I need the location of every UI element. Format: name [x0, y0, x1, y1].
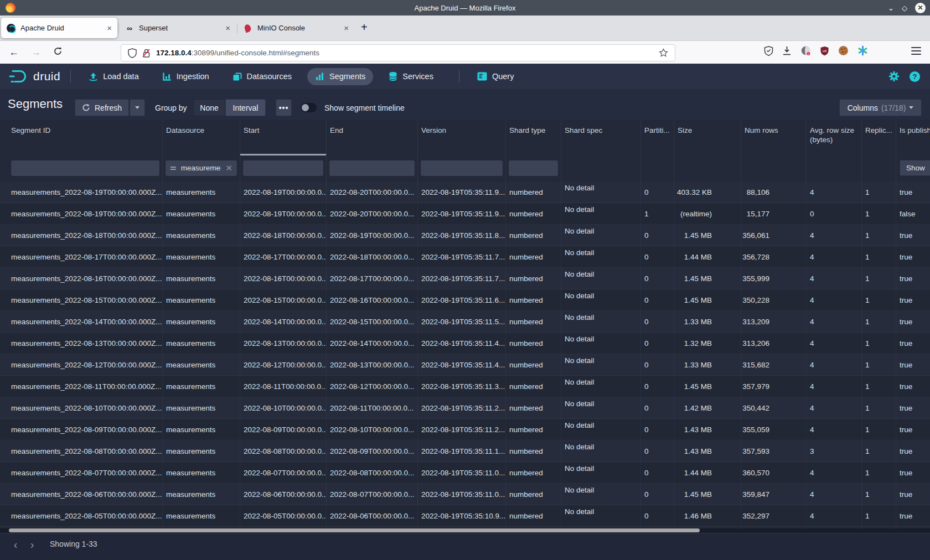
menu-hamburger-icon[interactable]: [911, 47, 921, 55]
cell-replicas[interactable]: 1: [862, 268, 896, 289]
cell-end[interactable]: 2022-08-06T00:00:00.0...: [327, 505, 418, 527]
cell-is_published[interactable]: true: [896, 440, 930, 462]
cell-start[interactable]: 2022-08-16T00:00:00.0...: [240, 268, 327, 289]
filter-input-version[interactable]: [421, 160, 503, 176]
cell-is_published[interactable]: true: [896, 484, 930, 505]
cell-size[interactable]: 1.45 MB: [674, 484, 741, 505]
new-tab-button[interactable]: +: [361, 21, 368, 34]
cell-start[interactable]: 2022-08-14T00:00:00.0...: [240, 311, 327, 333]
cell-partition[interactable]: 1: [641, 203, 674, 225]
cell-avg_row_size[interactable]: 4: [807, 246, 862, 268]
cell-start[interactable]: 2022-08-11T00:00:00.0...: [240, 376, 327, 397]
nav-item-ingestion[interactable]: Ingestion: [154, 68, 217, 85]
cell-segment_id[interactable]: measurements_2022-08-05T00:00:00.000Z...: [0, 505, 163, 527]
cell-start[interactable]: 2022-08-06T00:00:00.0...: [240, 484, 327, 505]
horizontal-scrollbar[interactable]: [0, 528, 930, 533]
cell-end[interactable]: 2022-08-16T00:00:00.0...: [327, 289, 418, 311]
cell-datasource[interactable]: measurements: [163, 462, 240, 484]
cell-size[interactable]: 1.45 MB: [674, 376, 741, 397]
cell-size[interactable]: 1.46 MB: [674, 505, 741, 527]
cell-num_rows[interactable]: 350,228: [741, 289, 807, 311]
cell-partition[interactable]: 0: [641, 376, 674, 397]
column-header-num_rows[interactable]: Num rows: [741, 120, 807, 155]
cell-replicas[interactable]: 1: [862, 354, 896, 376]
cell-shard_type[interactable]: numbered: [506, 484, 561, 505]
cell-segment_id[interactable]: measurements_2022-08-13T00:00:00.000Z...: [0, 333, 163, 354]
column-header-shard_spec[interactable]: Shard spec: [561, 120, 641, 155]
cell-shard_type[interactable]: numbered: [506, 203, 561, 225]
cell-is_published[interactable]: true: [896, 376, 930, 397]
help-icon[interactable]: ?: [910, 71, 920, 82]
cell-shard_type[interactable]: numbered: [506, 440, 561, 462]
cell-shard_spec[interactable]: No detail: [561, 268, 641, 289]
downloads-icon[interactable]: [782, 46, 792, 55]
cell-end[interactable]: 2022-08-12T00:00:00.0...: [327, 376, 418, 397]
cell-replicas[interactable]: 1: [862, 419, 896, 440]
cell-size[interactable]: 1.45 MB: [674, 225, 741, 246]
cell-shard_type[interactable]: numbered: [506, 419, 561, 440]
remove-filter-icon[interactable]: ✕: [225, 163, 232, 173]
cell-partition[interactable]: 0: [641, 182, 674, 203]
cell-num_rows[interactable]: 356,728: [741, 246, 807, 268]
column-header-datasource[interactable]: Datasource: [163, 120, 240, 155]
cell-segment_id[interactable]: measurements_2022-08-19T00:00:00.000Z...: [0, 203, 163, 225]
column-header-partition[interactable]: Partiti...: [641, 120, 674, 155]
cell-datasource[interactable]: measurements: [163, 182, 240, 203]
cell-replicas[interactable]: 1: [862, 440, 896, 462]
filter-input-end[interactable]: [329, 160, 415, 176]
cell-shard_type[interactable]: numbered: [506, 354, 561, 376]
cell-size[interactable]: 1.44 MB: [674, 462, 741, 484]
cell-version[interactable]: 2022-08-19T05:35:11.8...: [418, 225, 506, 246]
cell-shard_spec[interactable]: No detail: [561, 505, 641, 527]
cell-shard_spec[interactable]: No detail: [561, 376, 641, 397]
cell-end[interactable]: 2022-08-07T00:00:00.0...: [327, 484, 418, 505]
cell-datasource[interactable]: measurements: [163, 484, 240, 505]
cell-shard_type[interactable]: numbered: [506, 289, 561, 311]
cell-version[interactable]: 2022-08-19T05:35:11.9...: [418, 182, 506, 203]
cell-start[interactable]: 2022-08-05T00:00:00.0...: [240, 505, 327, 527]
cookie-icon[interactable]: [838, 45, 849, 56]
refresh-button[interactable]: Refresh: [75, 99, 129, 116]
cell-is_published[interactable]: true: [896, 354, 930, 376]
is-published-filter-button[interactable]: Show: [900, 160, 930, 176]
cell-avg_row_size[interactable]: 4: [807, 289, 862, 311]
cell-version[interactable]: 2022-08-19T05:35:11.4...: [418, 354, 506, 376]
cell-start[interactable]: 2022-08-19T00:00:00.0...: [240, 182, 327, 203]
cell-replicas[interactable]: 1: [862, 505, 896, 527]
cell-partition[interactable]: 0: [641, 462, 674, 484]
back-icon[interactable]: ←: [9, 45, 19, 59]
cell-datasource[interactable]: measurements: [163, 225, 240, 246]
tab-close-icon[interactable]: ×: [344, 23, 349, 33]
cell-datasource[interactable]: measurements: [163, 397, 240, 419]
cell-start[interactable]: 2022-08-08T00:00:00.0...: [240, 440, 327, 462]
cell-datasource[interactable]: measurements: [163, 311, 240, 333]
cell-version[interactable]: 2022-08-19T05:35:11.7...: [418, 268, 506, 289]
column-header-version[interactable]: Version: [418, 120, 506, 155]
cell-version[interactable]: 2022-08-19T05:35:11.0...: [418, 462, 506, 484]
cell-shard_spec[interactable]: No detail: [561, 203, 641, 225]
cell-replicas[interactable]: 1: [862, 203, 896, 225]
cell-datasource[interactable]: measurements: [163, 354, 240, 376]
cell-shard_spec[interactable]: No detail: [561, 397, 641, 419]
insecure-lock-icon[interactable]: [142, 48, 151, 58]
cell-version[interactable]: 2022-08-19T05:35:11.1...: [418, 440, 506, 462]
cell-start[interactable]: 2022-08-12T00:00:00.0...: [240, 354, 327, 376]
group-by-none-button[interactable]: None: [193, 99, 225, 116]
column-header-is_published[interactable]: Is published: [896, 120, 930, 155]
cell-partition[interactable]: 0: [641, 354, 674, 376]
cell-partition[interactable]: 0: [641, 419, 674, 440]
cell-shard_type[interactable]: numbered: [506, 333, 561, 354]
cell-end[interactable]: 2022-08-14T00:00:00.0...: [327, 333, 418, 354]
cell-replicas[interactable]: 1: [862, 311, 896, 333]
cell-end[interactable]: 2022-08-20T00:00:00.0...: [327, 182, 418, 203]
cell-size[interactable]: 1.44 MB: [674, 246, 741, 268]
cell-version[interactable]: 2022-08-19T05:35:11.0...: [418, 484, 506, 505]
cell-segment_id[interactable]: measurements_2022-08-15T00:00:00.000Z...: [0, 289, 163, 311]
column-header-shard_type[interactable]: Shard type: [506, 120, 561, 155]
cell-is_published[interactable]: true: [896, 246, 930, 268]
cell-partition[interactable]: 0: [641, 268, 674, 289]
previous-page-icon[interactable]: ‹: [9, 538, 22, 551]
cell-start[interactable]: 2022-08-19T00:00:00.0...: [240, 203, 327, 225]
cell-partition[interactable]: 0: [641, 289, 674, 311]
cell-start[interactable]: 2022-08-13T00:00:00.0...: [240, 333, 327, 354]
